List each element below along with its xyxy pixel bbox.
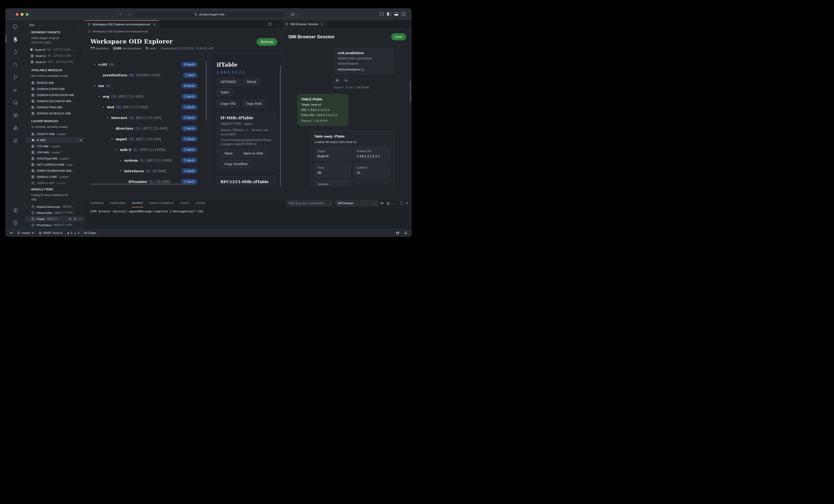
close-tab-icon[interactable]: ✕ bbox=[321, 22, 323, 26]
tree-row[interactable]: ▾ mib-2 (1) [RFC1213-MIB] 2 decls bbox=[85, 144, 211, 155]
section-module-items[interactable]: ⌄ MODULE ITEMS bbox=[25, 186, 84, 192]
problems-item[interactable]: ⊗0 ⚠0 bbox=[67, 232, 79, 235]
panel-tab[interactable]: PROBLEMS bbox=[110, 199, 126, 207]
section-browser-targets[interactable]: ⌄ BROWSER TARGETS bbox=[25, 29, 84, 35]
tree-caret-icon[interactable]: ▸ bbox=[119, 159, 122, 162]
minimize-window-button[interactable] bbox=[21, 13, 24, 16]
close-window-button[interactable] bbox=[16, 13, 19, 16]
module-row[interactable]: INET-ADDRESS-MIB Load... ✕ bbox=[25, 161, 84, 168]
bell-icon[interactable] bbox=[404, 232, 407, 235]
azure-icon[interactable] bbox=[6, 122, 25, 134]
forward-arrow-icon[interactable]: → bbox=[128, 12, 132, 16]
module-row[interactable]: SNMPv2-MIB Loaded ✕ bbox=[25, 180, 84, 186]
tree-row[interactable]: ▾ iso (1) 0 decls bbox=[85, 81, 211, 91]
tree-caret-icon[interactable]: ▾ bbox=[97, 95, 101, 98]
tree-row[interactable]: ▾ ccitt (0) 0 decls bbox=[85, 59, 211, 70]
section-loaded-modules[interactable]: ⌄ LOADED MODULES bbox=[25, 118, 84, 124]
debug-icon[interactable] bbox=[6, 84, 25, 96]
snmp-target-item[interactable]: SNMP: local-v3 bbox=[39, 232, 63, 235]
close-tab-icon[interactable]: ✕ bbox=[153, 23, 156, 26]
tree-caret-icon[interactable]: ▾ bbox=[119, 170, 122, 173]
git-graph-item[interactable]: Git Graph bbox=[84, 232, 96, 235]
smi-dollar-icon[interactable]: $ bbox=[6, 33, 25, 46]
source-control-icon[interactable] bbox=[6, 71, 25, 84]
tree-row[interactable]: directory (1) [RFC1155-SMI] 2 decls bbox=[85, 123, 211, 134]
tree-caret-icon[interactable]: ▾ bbox=[115, 148, 118, 151]
tree-row[interactable]: zeroDotZero (0) [SNMPv2-SMI] 1 decl bbox=[85, 70, 211, 81]
refresh-button[interactable]: Refresh bbox=[257, 38, 277, 46]
close-panel-icon[interactable]: ✕ bbox=[406, 201, 408, 205]
tree-caret-icon[interactable]: ▾ bbox=[106, 116, 109, 119]
open-button[interactable]: Open bbox=[220, 149, 236, 157]
toggle-primary-sidebar-icon[interactable] bbox=[387, 12, 391, 16]
extensions-icon[interactable] bbox=[6, 109, 25, 122]
remote-indicator[interactable]: >< bbox=[10, 232, 13, 235]
panel-tab[interactable]: AZURE bbox=[196, 199, 205, 207]
target-row[interactable]: local-v3 V3 · 127.0.0.1:161 · … bbox=[25, 47, 84, 53]
flask-icon[interactable] bbox=[6, 46, 25, 58]
breadcrumb[interactable]: ☰ Workspace OID Explorer.smi-workspace-o… bbox=[85, 28, 282, 35]
panel-more-icon[interactable]: ··· bbox=[392, 201, 395, 205]
settings-gear-icon[interactable] bbox=[6, 216, 25, 229]
item-actions[interactable]: ⧉☰↦ bbox=[69, 217, 82, 220]
copilot-chat-button[interactable]: ⌄ bbox=[288, 11, 300, 18]
tree-caret-icon[interactable]: ▾ bbox=[93, 84, 96, 87]
close-icon[interactable]: ✕ bbox=[79, 138, 82, 142]
toggle-secondary-sidebar-icon[interactable] bbox=[401, 12, 405, 16]
output-filter-input[interactable] bbox=[286, 200, 332, 206]
module-row[interactable]: DISMAN-NSLOOKUP-MIB bbox=[25, 98, 84, 104]
tree-row[interactable]: ▾ dod (6) [RFC1155-SMI] 2 decls bbox=[85, 102, 211, 112]
module-row[interactable]: SNMPv2-CONF Loaded ✕ bbox=[25, 174, 84, 180]
module-row[interactable]: BRIDGE-MIB bbox=[25, 80, 84, 86]
copilot-icon[interactable] bbox=[396, 232, 399, 235]
snmp-action-button[interactable]: WALK bbox=[243, 78, 260, 86]
files-icon[interactable] bbox=[6, 20, 25, 33]
copy-qualified-button[interactable]: Copy Qualified bbox=[220, 160, 251, 168]
tree-caret-icon[interactable]: ▾ bbox=[102, 106, 105, 109]
maximize-panel-icon[interactable] bbox=[400, 202, 403, 205]
module-row[interactable]: DISMAN-EVENT-MIB bbox=[25, 86, 84, 92]
tree-caret-icon[interactable]: ▾ bbox=[93, 63, 96, 66]
lock-scroll-icon[interactable] bbox=[387, 202, 390, 205]
tree-row[interactable]: ▸ system (1) [RFC1213-MIB] 2 decls bbox=[85, 155, 211, 166]
details-scrollbar[interactable] bbox=[280, 65, 281, 186]
git-branch-item[interactable]: master ⟳ bbox=[17, 232, 34, 235]
section-available-modules[interactable]: ⌄ AVAILABLE MODULES bbox=[25, 67, 84, 73]
module-row[interactable]: IANAifType-MIB Loaded ✕ bbox=[25, 155, 84, 161]
module-row[interactable]: IF-MIB ✕ bbox=[25, 137, 84, 143]
copy-action-button[interactable]: Copy Path bbox=[242, 100, 266, 107]
output-channel-select[interactable]: SMI Browser ⌄ bbox=[335, 200, 378, 206]
session-scrollbar[interactable] bbox=[410, 81, 411, 102]
open-to-side-button[interactable]: Open to Side bbox=[239, 149, 267, 157]
panel-tab[interactable]: PORTS bbox=[180, 199, 190, 207]
panel-more-icon[interactable]: ··· bbox=[403, 22, 412, 26]
search-icon[interactable] bbox=[6, 58, 25, 71]
module-row[interactable]: DISMAN-EXPRESSION-MIB bbox=[25, 92, 84, 98]
tree-row[interactable]: ▾ org (3) [RFC1155-SMI] 2 decls bbox=[85, 91, 211, 102]
command-center-search[interactable]: sharpsnmppro-mib bbox=[134, 11, 285, 18]
panel-tab[interactable]: DEBUG CONSOLE bbox=[150, 199, 174, 207]
module-item-row[interactable]: ifTable OBJECT-... ⧉☰↦ bbox=[25, 216, 84, 222]
tree-row[interactable]: ifNumber (1) [IF-MIB] 2 decls bbox=[85, 176, 211, 186]
copy-action-button[interactable]: Copy OID bbox=[217, 100, 239, 107]
module-row[interactable]: SNMP-FRAMEWORK-MIB... ✕ bbox=[25, 168, 84, 174]
sidebar-more-icon[interactable]: ··· bbox=[76, 23, 81, 27]
module-row[interactable]: DISMAN-PING-MIB bbox=[25, 104, 84, 110]
clear-button[interactable]: Clear bbox=[391, 33, 406, 40]
remote-icon[interactable] bbox=[6, 96, 25, 109]
tree-caret-icon[interactable]: ▾ bbox=[110, 137, 113, 140]
panel-tab[interactable]: OUTPUT bbox=[132, 199, 144, 207]
tree-vertical-scrollbar[interactable] bbox=[206, 61, 207, 120]
tree-row[interactable]: ▾ interfaces (2) [IF-MIB] 2 decls bbox=[85, 166, 211, 176]
module-item-row[interactable]: ifStackTable OBJECT-TYPE... ⧉☰↦ bbox=[25, 210, 84, 216]
module-item-row[interactable]: ifStackLowerLayer OBJEC... ⧉☰↦ bbox=[25, 204, 84, 210]
split-editor-icon[interactable] bbox=[268, 23, 271, 26]
customize-layout-icon[interactable] bbox=[380, 12, 384, 16]
target-row[interactable]: local-v1 V1 · 127.0.0.1:161 bbox=[25, 53, 84, 59]
back-arrow-icon[interactable]: ← bbox=[119, 12, 123, 16]
clear-output-icon[interactable]: ≣✕ bbox=[380, 201, 384, 205]
maximize-window-button[interactable] bbox=[26, 13, 28, 16]
sync-icon[interactable]: ⟳ bbox=[32, 232, 34, 235]
target-row[interactable]: local-v2 V2C · 127.0.0.1:161 bbox=[25, 59, 84, 65]
node-oid-link[interactable]: 1.3.6.1.2.1.2.2 bbox=[217, 70, 276, 74]
